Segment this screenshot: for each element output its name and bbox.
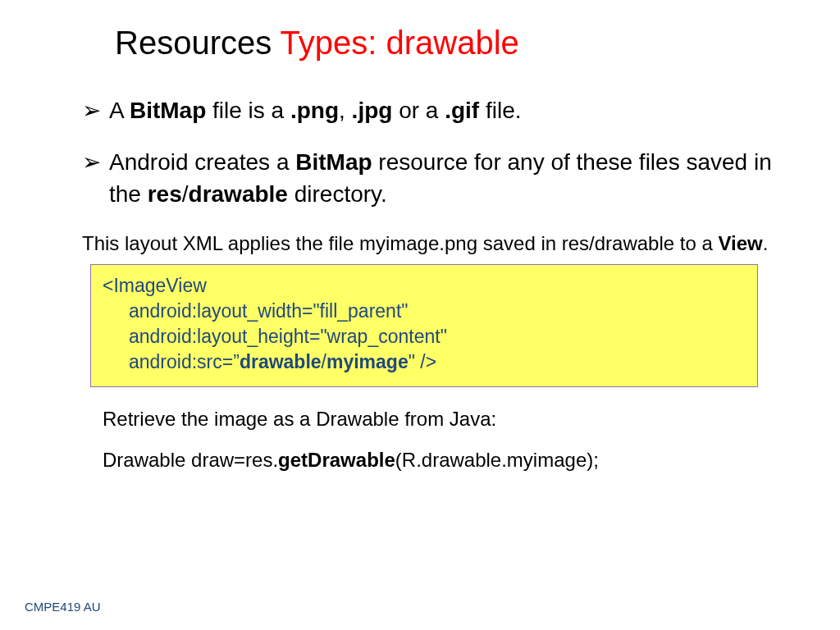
retrieve-line: Retrieve the image as a Drawable from Ja… <box>103 404 774 435</box>
chevron-right-icon: ➢ <box>82 146 101 178</box>
bullet-text: Android creates a BitMap resource for an… <box>109 146 774 210</box>
slide-title: Resources Types: drawable <box>115 25 799 62</box>
bullet-item: ➢ A BitMap file is a .png, .jpg or a .gi… <box>82 94 774 126</box>
bullet-list: ➢ A BitMap file is a .png, .jpg or a .gi… <box>82 94 774 211</box>
code-line: android:layout_height="wrap_content" <box>103 324 746 349</box>
bullet-item: ➢ Android creates a BitMap resource for … <box>82 146 774 210</box>
slide: Resources Types: drawable ➢ A BitMap fil… <box>0 0 840 630</box>
code-line: android:src=”drawable/myimage" /> <box>103 349 746 375</box>
code-line: <ImageView <box>103 275 207 296</box>
bullet-text: A BitMap file is a .png, .jpg or a .gif … <box>109 94 774 126</box>
retrieve-line: Drawable draw=res.getDrawable(R.drawable… <box>103 445 774 476</box>
subtext: This layout XML applies the file myimage… <box>82 231 774 256</box>
title-part-black: Resources <box>115 25 281 61</box>
title-part-red: Types: drawable <box>281 25 519 61</box>
chevron-right-icon: ➢ <box>82 94 101 126</box>
code-block: <ImageView android:layout_width="fill_pa… <box>90 264 758 387</box>
retrieve-text: Retrieve the image as a Drawable from Ja… <box>103 404 774 477</box>
code-line: android:layout_width="fill_parent" <box>103 299 746 324</box>
footer-label: CMPE419 AU <box>25 600 101 614</box>
